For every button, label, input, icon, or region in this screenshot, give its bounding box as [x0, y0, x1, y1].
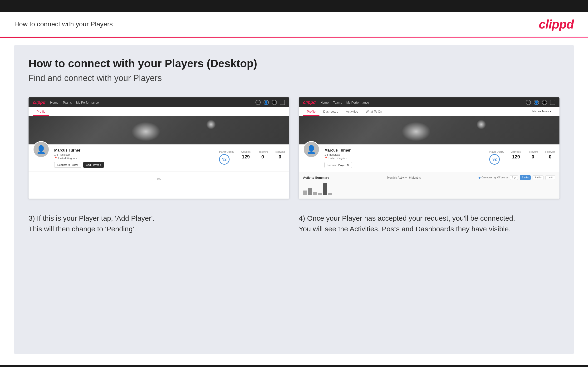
activities-label-1: Activities — [241, 150, 251, 153]
nav-teams-2: Teams — [333, 101, 342, 104]
description-text-2: 4) Once your Player has accepted your re… — [299, 213, 560, 234]
screenshots-row: clippd Home Teams My Performance ⌕ 👤 ⚙ P… — [28, 97, 560, 199]
activity-controls: On course Off course 1 yr 6 mths 3 mths … — [479, 175, 555, 180]
add-player-button[interactable]: Add Player + — [83, 162, 104, 168]
settings-icon-2: ⚙ — [542, 100, 547, 105]
on-course-dot — [479, 177, 481, 179]
profile-section-2: 👤 Marcus Turner 1-5 Handicap 📍 United Ki… — [299, 144, 560, 172]
profile-buttons-1: Request to Follow Add Player + — [54, 162, 214, 168]
avatar-icon-2: 👤 — [307, 145, 316, 154]
bar-4 — [318, 193, 322, 195]
golf-image-1 — [28, 116, 289, 144]
bar-2 — [308, 188, 312, 195]
mock-nav-icons-2: ⌕ 👤 ⚙ — [526, 100, 555, 105]
tab-profile-2[interactable]: Profile — [303, 107, 320, 116]
following-value-2: 0 — [545, 154, 555, 160]
settings-icon-1: ⚙ — [272, 100, 277, 105]
nav-home-2: Home — [320, 101, 329, 104]
mock-nav-items-2: Home Teams My Performance — [320, 101, 369, 104]
stats-section-1: Player Quality 92 Activities 129 Followe… — [219, 148, 285, 165]
mock-nav-1: clippd Home Teams My Performance ⌕ 👤 ⚙ — [28, 97, 289, 107]
stats-section-2: Player Quality 92 Activities 129 Followe… — [489, 148, 555, 165]
pencil-icon-1: ✏ — [157, 176, 161, 183]
activity-summary: Activity Summary Monthly Activity · 6 Mo… — [299, 172, 560, 199]
mock-tabs-1: Profile — [28, 107, 289, 116]
chart-area — [303, 182, 555, 195]
legend-off-course: Off course — [494, 176, 508, 179]
followers-label-2: Followers — [528, 150, 538, 153]
marcus-dropdown[interactable]: Marcus Turner ▾ — [528, 107, 555, 116]
nav-myperformance-1: My Performance — [76, 101, 99, 104]
activity-title: Activity Summary — [303, 176, 329, 179]
screenshot-2: clippd Home Teams My Performance ⌕ 👤 ⚙ P… — [299, 97, 560, 199]
avatar-icon-1: 👤 — [36, 145, 46, 154]
bar-1 — [303, 191, 307, 195]
period-3mths[interactable]: 3 mths — [533, 175, 544, 180]
description-2: 4) Once your Player has accepted your re… — [299, 213, 560, 234]
followers-stat-1: Followers 0 — [258, 150, 268, 160]
quality-stat-1: Player Quality 92 — [219, 150, 234, 165]
main-content: How to connect with your Players (Deskto… — [14, 45, 574, 354]
nav-myperformance-2: My Performance — [346, 101, 369, 104]
quality-label-1: Player Quality — [219, 150, 234, 153]
tab-whattoon-2[interactable]: What To On — [362, 107, 386, 116]
following-stat-2: Following 0 — [545, 150, 555, 160]
player-handicap-2: 1-5 Handicap — [324, 153, 484, 156]
bar-3 — [313, 192, 317, 195]
clippd-logo: clippd — [539, 17, 574, 31]
followers-label-1: Followers — [258, 150, 268, 153]
user-icon-2: 👤 — [534, 100, 539, 105]
nav-teams-1: Teams — [63, 101, 72, 104]
bottom-bar — [0, 365, 588, 367]
location-icon-2: 📍 — [324, 157, 328, 160]
tab-dashboard-2[interactable]: Dashboard — [320, 107, 342, 116]
following-stat-1: Following 0 — [275, 150, 285, 160]
search-icon-2: ⌕ — [526, 100, 531, 105]
period-6mths[interactable]: 6 mths — [520, 175, 531, 180]
quality-label-2: Player Quality — [489, 150, 504, 153]
followers-value-2: 0 — [528, 154, 538, 160]
period-1mth[interactable]: 1 mth — [545, 175, 555, 180]
player-location-1: 📍 United Kingdom — [54, 157, 214, 160]
descriptions-row: 3) If this is your Player tap, 'Add Play… — [28, 213, 560, 234]
bar-6 — [328, 193, 332, 195]
activities-value-1: 129 — [241, 154, 251, 160]
top-bar — [0, 0, 588, 12]
golf-image-overlay-2 — [299, 116, 560, 144]
description-1: 3) If this is your Player tap, 'Add Play… — [28, 213, 289, 234]
quality-stat-2: Player Quality 92 — [489, 150, 504, 165]
activities-label-2: Activities — [511, 150, 521, 153]
avatar-2: 👤 — [303, 141, 320, 158]
request-follow-button[interactable]: Request to Follow — [54, 162, 81, 168]
page-header-title: How to connect with your Players — [14, 20, 113, 28]
period-1yr[interactable]: 1 yr — [510, 175, 518, 180]
nav-home-1: Home — [50, 101, 59, 104]
mock-logo-1: clippd — [33, 100, 45, 105]
activity-period: Monthly Activity · 6 Months — [387, 176, 421, 179]
header: How to connect with your Players clippd — [0, 12, 588, 37]
tab-activities-2[interactable]: Activities — [342, 107, 362, 116]
location-icon-1: 📍 — [54, 157, 58, 160]
remove-player-button[interactable]: Remove Player ✕ — [324, 162, 352, 168]
player-name-1: Marcus Turner — [54, 148, 214, 152]
player-name-2: Marcus Turner — [324, 148, 484, 152]
followers-value-1: 0 — [258, 154, 268, 160]
tab-group-2: Profile Dashboard Activities What To On — [303, 107, 386, 116]
accent-line — [0, 37, 588, 38]
quality-circle-2: 92 — [489, 154, 500, 165]
user-icon-1: 👤 — [264, 100, 269, 105]
page-title: How to connect with your Players (Deskto… — [28, 57, 560, 70]
following-label-1: Following — [275, 150, 285, 153]
page-subtitle: Find and connect with your Players — [28, 73, 560, 83]
mock-tabs-2: Profile Dashboard Activities What To On … — [299, 107, 560, 116]
tab-profile-1[interactable]: Profile — [33, 107, 49, 116]
activity-header: Activity Summary Monthly Activity · 6 Mo… — [303, 175, 555, 180]
description-text-1: 3) If this is your Player tap, 'Add Play… — [28, 213, 289, 234]
profile-section-1: 👤 Marcus Turner 1-5 Handicap 📍 United Ki… — [28, 144, 289, 172]
mock-logo-2: clippd — [303, 100, 316, 105]
golf-image-2 — [299, 116, 560, 144]
followers-stat-2: Followers 0 — [528, 150, 538, 160]
edit-area-1: ✏ — [28, 172, 289, 187]
mock-nav-icons-1: ⌕ 👤 ⚙ — [255, 100, 285, 105]
profile-info-2: Marcus Turner 1-5 Handicap 📍 United King… — [324, 148, 484, 168]
